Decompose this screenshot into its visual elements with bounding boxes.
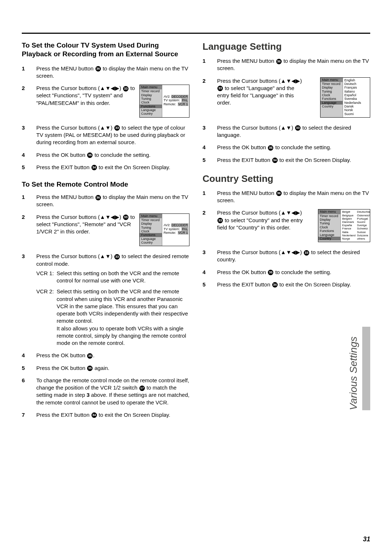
osd-menu-item: Language	[320, 101, 343, 105]
top-rule	[22, 33, 370, 34]
step-text: to exit the On Screen Display.	[97, 164, 170, 170]
colour-tv-steps: Press the MENU button 36 to display the …	[22, 65, 189, 171]
step-text: Press the OK button	[217, 269, 268, 275]
step-text: Press the OK button	[36, 365, 87, 371]
language-setting-heading: Language Setting	[203, 41, 370, 52]
step: Press the OK button 35 to conclude the s…	[203, 269, 370, 276]
remote-title: To Set the Remote Control Mode	[22, 180, 189, 188]
step: Press the OK button 35 again.	[22, 364, 189, 372]
step: Press the EXIT button 34 to exit the On …	[22, 411, 189, 419]
side-tab-label: Various Settings	[348, 337, 359, 410]
button-ref-icon: 36	[276, 59, 282, 64]
osd-country-item: Svizzera	[357, 234, 370, 237]
step-text: .	[93, 352, 94, 358]
step-text: Press the OK button	[217, 144, 268, 150]
osd-menu-item: Display	[318, 218, 340, 221]
vcr2-label: VCR 2:	[36, 288, 54, 347]
side-tab-bar	[362, 327, 370, 410]
osd-menu-item: Language	[318, 233, 340, 237]
osd-menu-item: Display	[140, 93, 162, 97]
osd-title: Main menu	[320, 78, 343, 82]
step-text: to conclude the setting.	[274, 269, 331, 275]
step-text: to select "Language" and the entry field…	[217, 85, 294, 106]
osd-language-item: Suomi	[344, 112, 368, 116]
button-ref-icon: 34	[272, 158, 278, 163]
step-text: Press the Cursor buttons (▲▼◀▶)	[217, 249, 303, 255]
osd-country-item: Suisse	[357, 231, 370, 234]
vcr2-desc: Select this setting on both the VCR and …	[57, 288, 189, 347]
osd-menu-item: Country	[320, 105, 343, 108]
step-text: Press the OK button	[36, 352, 87, 358]
osd-language-item: Svenska	[344, 97, 368, 101]
step-text: Press the MENU button	[217, 58, 276, 64]
step: Press the MENU button 36 to display the …	[22, 65, 189, 80]
osd-setting-row: Remote:VCR 1	[164, 231, 188, 235]
step-bold-ref: 3	[86, 392, 89, 398]
osd-setting-row: TV system:PAL	[164, 98, 188, 102]
step: Main menu Timer recordDisplayTuningClock…	[203, 77, 370, 119]
osd-menu-item: Tuning	[320, 90, 343, 93]
right-column: Language Setting Press the MENU button 3…	[203, 41, 370, 424]
osd-menu-item: Display	[140, 222, 162, 225]
button-ref-icon: 34	[91, 412, 97, 418]
page-number: 31	[363, 535, 370, 543]
osd-menu-item: Timer record	[140, 89, 162, 93]
button-ref-icon: 33	[123, 86, 128, 91]
osd-country-item: Schweiz	[357, 227, 370, 230]
osd-menu-item: Clock	[140, 229, 162, 233]
language-steps: Press the MENU button 36 to display the …	[203, 57, 370, 164]
osd-title: Main menu	[140, 85, 162, 89]
step-text: Press the MENU button	[36, 65, 95, 72]
button-ref-icon: 33	[217, 218, 223, 223]
osd-menu-item: Clock	[140, 101, 162, 104]
step-text: Press the Cursor buttons (▲▼◀▶)	[217, 209, 302, 216]
step-text: Press the MENU button	[217, 190, 276, 196]
osd-language-item: Norsk	[344, 108, 368, 112]
osd-menu-item: Language	[140, 237, 162, 241]
button-ref-icon: 36	[95, 66, 101, 72]
country-setting-heading: Country Setting	[203, 173, 370, 184]
button-ref-icon: 35	[268, 270, 273, 275]
step-text: to exit the On Screen Display.	[278, 281, 351, 288]
vcr-definitions: VCR 1: Select this setting on both the V…	[36, 270, 189, 347]
osd-country-menu: Main menu Timer recordDisplayTuningClock…	[318, 209, 370, 242]
button-ref-icon: 35	[268, 145, 273, 151]
step-text: Press the Cursor buttons (▲▼◀▶)	[36, 85, 123, 91]
osd-country-item: Belgien	[342, 217, 356, 220]
step-text: Press the MENU button	[36, 194, 95, 200]
button-ref-icon: 34	[91, 165, 97, 170]
osd-title: Main menu	[140, 214, 162, 218]
button-ref-icon: 35	[87, 366, 93, 371]
step: Press the MENU button 36 to display the …	[203, 190, 370, 204]
button-ref-icon: 33	[114, 125, 120, 131]
step: To change the remote control mode on the…	[22, 377, 189, 406]
osd-setting-row: AV2:DECODER	[164, 95, 188, 98]
osd-menu-item: Country	[318, 237, 340, 240]
osd-country-item: España	[342, 224, 356, 227]
osd-functions-menu: Main menu Timer recordDisplayTuningClock…	[139, 213, 189, 247]
button-ref-icon: 33	[304, 250, 309, 256]
osd-country-col2: DeutschlandÖsterreichPortugalSuomiSverig…	[357, 210, 370, 240]
step-text: to conclude the setting.	[274, 144, 331, 150]
osd-menu-items: Timer recordDisplayTuningClockFunctionsL…	[140, 218, 162, 246]
osd-menu-item: Tuning	[140, 97, 162, 101]
step: Main menu Timer recordDisplayTuningClock…	[22, 85, 189, 119]
osd-menu-item: Functions	[318, 229, 340, 233]
step: Press the EXIT button 34 to exit the On …	[203, 281, 370, 288]
step: Press the Cursor buttons (▲▼◀▶) 33 to se…	[203, 249, 370, 264]
osd-language-menu: Main menu Timer recordDisplayTuningClock…	[320, 77, 370, 118]
button-ref-icon: 35	[87, 152, 93, 158]
osd-setting-row: TV system:PAL	[164, 227, 188, 231]
osd-menu-item: Timer record	[318, 214, 340, 218]
osd-menu-item: Clock	[318, 225, 340, 229]
osd-setting-row: AV2:DECODER	[164, 223, 188, 227]
osd-country-item: Belgique	[342, 214, 356, 217]
step: Main menu Timer recordDisplayTuningClock…	[203, 209, 370, 244]
osd-menu-item: Functions	[140, 105, 162, 108]
osd-language-list: EnglishDeutschFrançaisItalianoEspañolSve…	[344, 78, 368, 116]
osd-menu-items: Timer recordDisplayTuningClockFunctionsL…	[318, 214, 340, 242]
osd-country-item: Sverige	[357, 224, 370, 227]
osd-menu-item: Tuning	[140, 226, 162, 229]
osd-country-item: France	[342, 227, 356, 230]
osd-menu-item: Clock	[320, 93, 343, 97]
